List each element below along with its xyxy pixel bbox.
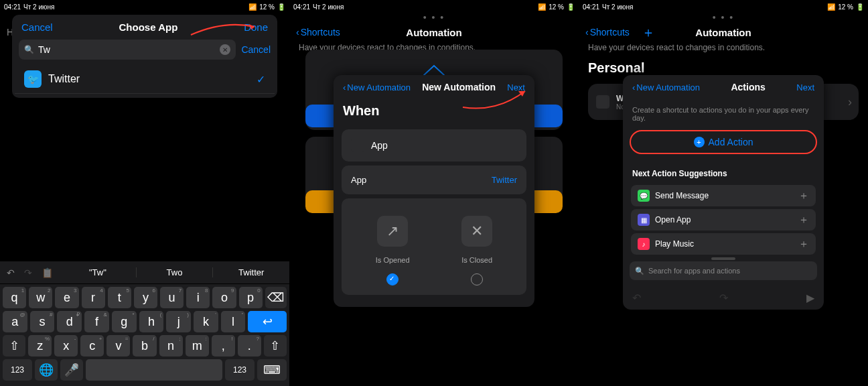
key-m[interactable]: :m [186,335,209,357]
suggestion-word[interactable]: "Tw" [60,267,136,277]
open-icon: ↗ [377,216,408,247]
key-z[interactable]: %z [28,335,52,357]
key-delete[interactable]: ⌫ [265,287,287,308]
redo-icon[interactable]: ↷ [24,267,32,278]
suggestion-word[interactable]: Two [136,267,213,277]
trigger-app-row[interactable]: App [342,129,526,162]
status-bar: 04:21Чт 2 июня 📶12 %🔋 [579,0,868,13]
key-u[interactable]: 7u [160,287,184,308]
key-j[interactable]: )j [166,311,191,332]
drag-handle[interactable] [711,257,735,260]
play-icon[interactable]: ▶ [806,292,814,304]
key-f[interactable]: &f [84,311,109,332]
key-d[interactable]: ₽d [57,311,82,332]
app-value: Twitter [492,175,517,185]
page-dots: • • • [289,12,579,23]
modal-back-button[interactable]: ‹ New Automation [632,82,700,92]
key-return[interactable]: ↩ [248,311,287,332]
key-q[interactable]: 1q [3,287,26,308]
plus-circle-icon: + [694,137,705,147]
modal-next-button[interactable]: Next [796,82,814,92]
key-dismiss-keyboard[interactable]: ⌨︎ [257,359,287,381]
keyboard: ↶ ↷ 📋 "Tw" Two Twitter 1q 2w 3e 4r 5t 6y… [0,261,289,386]
is-closed-option[interactable]: ✕ Is Closed [461,216,492,285]
search-actions-field[interactable]: 🔍 Search for apps and actions [630,261,817,280]
back-shortcuts-button[interactable]: ‹ Shortcuts [585,27,630,38]
undo-icon[interactable]: ↶ [7,267,15,278]
add-suggestion-icon[interactable]: ＋ [798,213,809,227]
panel-actions: 04:21Чт 2 июня 📶12 %🔋 • • • ‹ Shortcuts … [579,0,868,386]
back-shortcuts-button[interactable]: ‹ Shortcuts [296,27,340,38]
modal-back-button[interactable]: ‹ New Automation [343,82,411,92]
radio-closed[interactable] [471,273,483,285]
key-v[interactable]: =v [106,335,130,357]
key-l[interactable]: "l [221,311,246,332]
key-b[interactable]: /b [133,335,156,357]
search-placeholder: Search for apps and actions [648,267,740,275]
key-123-left[interactable]: 123 [3,359,32,381]
search-icon: 🔍 [635,267,644,275]
cancel-button[interactable]: Cancel [21,21,53,33]
key-period[interactable]: ?. [238,335,261,357]
app-row-label: Twitter [48,73,80,85]
key-comma[interactable]: !, [212,335,235,357]
chevron-right-icon: › [848,95,852,109]
suggestion-bar: ↶ ↷ 📋 "Tw" Two Twitter [0,261,289,284]
key-x[interactable]: -x [54,335,78,357]
add-suggestion-icon[interactable]: ＋ [798,189,809,203]
key-w[interactable]: 2w [29,287,52,308]
key-shift-left[interactable]: ⇧ [3,335,25,357]
status-bar: 04:21Чт 2 июня 📶12 %🔋 [289,0,579,13]
search-input[interactable] [38,44,216,55]
key-shift-right[interactable]: ⇧ [264,335,287,357]
key-g[interactable]: *g [112,311,137,332]
paste-icon[interactable]: 📋 [42,267,53,278]
key-r[interactable]: 4r [82,287,105,308]
key-a[interactable]: @a [3,311,27,332]
key-mic[interactable]: 🎤 [60,359,83,381]
modal-next-button[interactable]: Next [507,82,525,92]
add-automation-button[interactable]: ＋ [642,23,655,42]
key-y[interactable]: 6y [134,287,157,308]
automation-item-icon [596,95,609,109]
choose-app-sheet: Cancel Choose App Done 🔍 ✕ Cancel 🐦 Twit… [12,15,277,98]
add-action-button[interactable]: + Add Action [630,130,817,154]
app-select-row[interactable]: App Twitter [342,166,526,194]
radio-opened[interactable] [386,273,399,285]
key-s[interactable]: #s [30,311,55,332]
clear-search-button[interactable]: ✕ [220,44,230,55]
when-heading: When [334,99,534,125]
search-field[interactable]: 🔍 ✕ [19,40,236,60]
key-c[interactable]: +c [80,335,104,357]
key-globe[interactable]: 🌐 [35,359,58,381]
app-row-twitter[interactable]: 🐦 Twitter ✓ [15,65,275,94]
key-i[interactable]: 8i [186,287,210,308]
key-p[interactable]: 0p [239,287,263,308]
undo-icon[interactable]: ↶ [632,292,641,304]
status-bar: 04:21Чт 2 июня 📶12 %🔋 [0,0,289,13]
key-t[interactable]: 5t [108,287,131,308]
key-n[interactable]: ;n [159,335,183,357]
twitter-app-icon: 🐦 [24,70,42,88]
checkmark-icon: ✓ [257,73,265,86]
redo-icon[interactable]: ↷ [719,292,728,304]
add-suggestion-icon[interactable]: ＋ [798,237,809,251]
key-123-right[interactable]: 123 [225,359,255,381]
music-icon: ♪ [638,238,650,250]
done-button[interactable]: Done [244,21,268,33]
key-e[interactable]: 3e [55,287,78,308]
suggestion-play-music[interactable]: ♪Play Music ＋ [631,233,816,255]
is-opened-option[interactable]: ↗ Is Opened [376,216,410,285]
key-h[interactable]: (h [139,311,164,332]
modal-title: Actions [731,82,765,92]
suggestion-open-app[interactable]: ▦Open App ＋ [631,209,816,231]
suggestion-word[interactable]: Twitter [212,267,289,277]
suggestion-send-message[interactable]: 💬Send Message ＋ [631,185,816,206]
key-space[interactable] [86,359,222,381]
key-k[interactable]: 'k [194,311,218,332]
new-automation-modal: ‹ New Automation New Automation Next Whe… [334,75,534,307]
messages-icon: 💬 [638,190,650,202]
search-cancel-button[interactable]: Cancel [241,44,271,55]
app-placeholder-icon [351,139,364,152]
key-o[interactable]: 9o [212,287,236,308]
